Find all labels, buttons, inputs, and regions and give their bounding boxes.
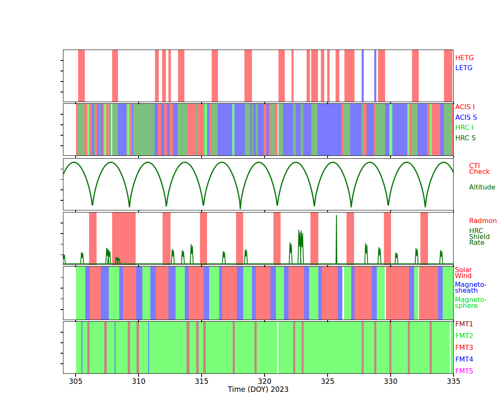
x-tick	[327, 156, 328, 158]
band-rose	[203, 322, 206, 373]
band-rose	[186, 322, 189, 373]
legend-altitude: Altitude	[469, 184, 496, 190]
legend-acis-s: ACIS S	[455, 115, 477, 121]
x-tick	[390, 156, 391, 158]
band-lime	[278, 322, 450, 373]
band-blue	[362, 50, 364, 102]
band-red	[168, 50, 171, 102]
band-rose	[87, 322, 89, 373]
x-tick-label: 320	[258, 377, 271, 386]
y-tick	[60, 169, 63, 170]
band-blue	[440, 104, 444, 155]
band-blue	[204, 267, 209, 320]
band-lime	[176, 267, 185, 320]
legend-radmon: Radmon	[469, 218, 497, 224]
legend-magnetosphere: Magneto-sphere	[455, 297, 487, 309]
x-tick	[201, 265, 202, 267]
band-red	[412, 50, 419, 102]
band-red	[386, 267, 409, 320]
band-sage	[270, 104, 275, 155]
band-blue	[417, 104, 427, 155]
y-tick	[60, 342, 63, 343]
band-red	[344, 50, 354, 102]
legend-hrc-s: HRC S	[455, 135, 476, 141]
band-red	[89, 104, 92, 155]
x-tick	[327, 320, 328, 322]
band-red	[275, 104, 278, 155]
band-red	[378, 50, 385, 102]
band-blue	[161, 104, 164, 155]
band-red	[123, 267, 136, 320]
x-tick-label: 315	[195, 377, 208, 386]
x-tick	[264, 210, 265, 213]
x-tick	[75, 265, 76, 267]
radmon-curve	[63, 213, 454, 265]
x-tick	[453, 374, 454, 377]
band-rose	[255, 322, 257, 373]
band-lime	[377, 267, 385, 320]
y-tick	[60, 363, 63, 364]
band-blue	[338, 267, 342, 320]
band-blue	[237, 267, 243, 320]
legend-fmt4: FMT4	[455, 357, 473, 362]
band-blue	[168, 267, 176, 320]
panel-solar-wind-regions	[63, 266, 454, 320]
y-tick	[60, 277, 63, 278]
band-rose	[104, 322, 107, 373]
x-tick	[75, 102, 76, 104]
band-red	[307, 50, 310, 102]
x-tick	[453, 320, 454, 322]
band-red	[162, 50, 166, 102]
band-rose	[374, 322, 376, 373]
band-red	[291, 50, 294, 102]
x-tick	[201, 102, 202, 104]
band-blue	[155, 104, 158, 155]
y-tick	[60, 179, 63, 180]
band-blue	[367, 104, 374, 155]
figure: 305310315320325330335 HETGLETGACIS IACIS…	[0, 0, 504, 420]
x-tick-label: 305	[69, 377, 82, 386]
legend-cti-check: CTICheck	[469, 163, 490, 175]
band-rose	[408, 322, 410, 373]
band-fmtline	[81, 322, 82, 373]
band-rose	[389, 322, 391, 373]
band-red	[84, 104, 87, 155]
band-sage	[343, 104, 350, 155]
y-tick	[60, 189, 63, 190]
altitude-curve	[63, 159, 454, 210]
y-tick	[60, 124, 63, 125]
band-red	[364, 104, 367, 155]
x-tick-label: 310	[132, 377, 145, 386]
x-tick	[75, 210, 76, 213]
band-blue	[136, 267, 142, 320]
band-blue	[304, 267, 309, 320]
band-blue	[283, 104, 293, 155]
y-tick	[60, 92, 63, 92]
band-red	[452, 104, 454, 155]
band-sage	[133, 104, 155, 155]
band-blue	[219, 267, 222, 320]
x-tick-label: 325	[321, 377, 334, 386]
y-tick	[60, 244, 63, 245]
x-tick	[453, 156, 454, 158]
band-red	[409, 104, 412, 155]
band-red	[222, 267, 237, 320]
x-tick	[201, 156, 202, 158]
y-tick	[60, 255, 63, 255]
band-blue	[438, 267, 443, 320]
x-tick	[138, 210, 139, 213]
band-blue	[372, 267, 377, 320]
band-blue	[392, 104, 407, 155]
panel-gratings	[63, 50, 454, 102]
legend-fmt1: FMT1	[455, 321, 473, 327]
y-tick	[60, 299, 63, 299]
y-tick	[60, 223, 63, 223]
y-tick	[60, 200, 63, 201]
band-fmtline	[115, 322, 116, 373]
x-tick	[264, 320, 265, 322]
band-red	[289, 267, 304, 320]
x-tick	[453, 210, 454, 213]
y-tick	[60, 353, 63, 354]
legend-solar-wind: SolarWind	[455, 267, 472, 279]
band-blue	[150, 267, 156, 320]
